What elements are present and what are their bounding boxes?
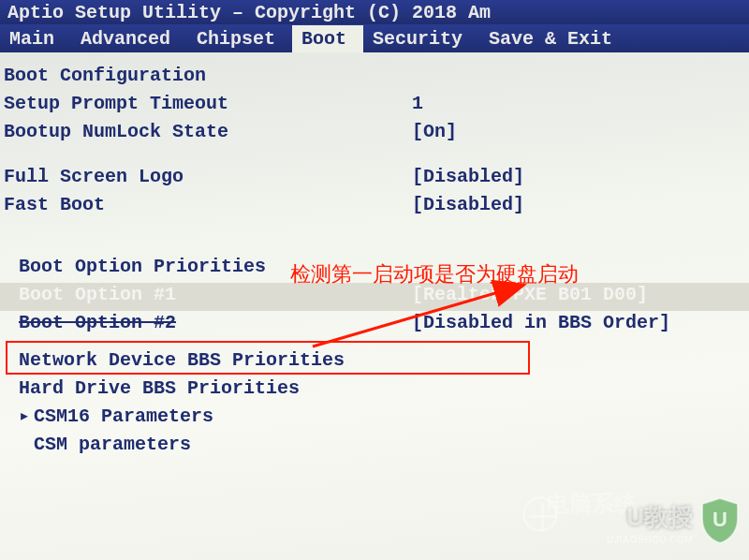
fast-boot-value: [Disabled] <box>412 193 749 216</box>
watermark-brand-1: U教授 <box>626 501 693 534</box>
submenu-arrow-icon: ▸ <box>19 405 34 428</box>
menu-boot[interactable]: Boot <box>292 25 363 52</box>
fast-boot-row[interactable]: Fast Boot [Disabled] <box>0 193 749 221</box>
network-bbs-row[interactable]: Network Device BBS Priorities <box>0 348 749 376</box>
bootup-numlock-row[interactable]: Bootup NumLock State [On] <box>0 120 749 148</box>
harddrive-bbs-row[interactable]: Hard Drive BBS Priorities <box>0 376 749 405</box>
full-screen-logo-row[interactable]: Full Screen Logo [Disabled] <box>0 165 749 193</box>
svg-text:U: U <box>712 508 727 531</box>
watermark-brand-2: 电脑系统 <box>547 489 637 519</box>
boot-option-2-row[interactable]: Boot Option #2 [Disabled in BBS Order] <box>0 311 749 339</box>
boot-configuration-header: Boot Configuration <box>0 64 749 92</box>
fast-boot-label: Fast Boot <box>0 193 412 216</box>
harddrive-bbs-label: Hard Drive BBS Priorities <box>0 376 412 400</box>
bootup-numlock-label: Bootup NumLock State <box>0 120 412 143</box>
csm16-container: ▸CSM16 Parameters <box>0 405 412 428</box>
network-bbs-label: Network Device BBS Priorities <box>0 348 412 372</box>
annotation-text: 检测第一启动项是否为硬盘启动 <box>290 260 579 288</box>
full-screen-logo-label: Full Screen Logo <box>0 165 412 188</box>
menu-security[interactable]: Security <box>363 25 479 52</box>
csm16-parameters-row[interactable]: ▸CSM16 Parameters <box>0 405 749 433</box>
setup-prompt-timeout-value: 1 <box>412 92 749 115</box>
boot-option-2-value: [Disabled in BBS Order] <box>412 311 749 334</box>
section-header-label: Boot Configuration <box>0 64 412 87</box>
menu-save-exit[interactable]: Save & Exit <box>479 25 629 52</box>
bios-title-text: Aptio Setup Utility – Copyright (C) 2018… <box>7 2 491 23</box>
bios-setup-screen: Aptio Setup Utility – Copyright (C) 2018… <box>0 0 749 560</box>
bios-title-bar: Aptio Setup Utility – Copyright (C) 2018… <box>0 0 749 24</box>
setup-prompt-timeout-row[interactable]: Setup Prompt Timeout 1 <box>0 92 749 120</box>
menu-main[interactable]: Main <box>0 25 71 52</box>
csm-parameters-row[interactable]: CSM parameters <box>0 433 749 461</box>
menu-chipset[interactable]: Chipset <box>187 25 292 52</box>
setup-prompt-timeout-label: Setup Prompt Timeout <box>0 92 412 115</box>
full-screen-logo-value: [Disabled] <box>412 165 749 188</box>
watermark-brand-1-sub: UJIAOSHOU.COM <box>607 535 693 545</box>
bios-content-panel: Boot Configuration Setup Prompt Timeout … <box>0 52 749 461</box>
bios-menu-bar: Main Advanced Chipset Boot Security Save… <box>0 24 749 52</box>
boot-option-2-label: Boot Option #2 <box>0 311 412 334</box>
csm16-label: CSM16 Parameters <box>34 405 213 427</box>
bootup-numlock-value: [On] <box>412 120 749 143</box>
menu-advanced[interactable]: Advanced <box>71 25 187 52</box>
watermark-shield-icon: U <box>698 496 742 545</box>
csm-label: CSM parameters <box>0 433 412 456</box>
